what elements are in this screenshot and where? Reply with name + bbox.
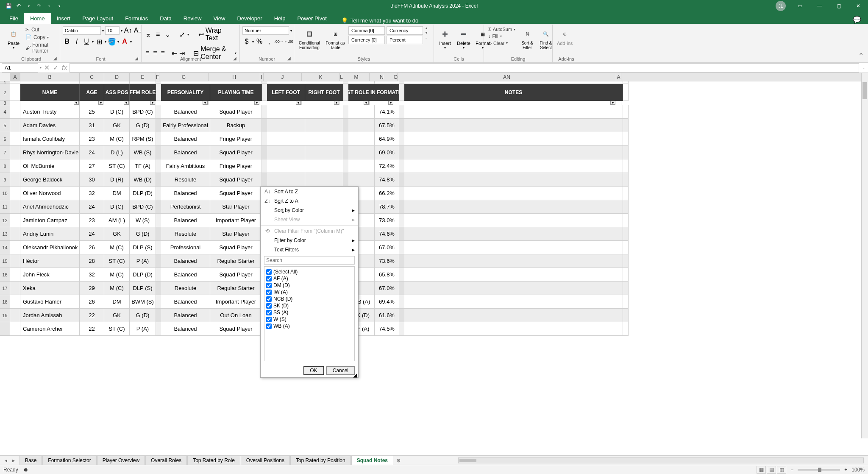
cell[interactable] bbox=[404, 200, 623, 214]
number-format-dropdown[interactable]: Number bbox=[242, 26, 289, 35]
cell[interactable] bbox=[156, 200, 161, 214]
cell[interactable] bbox=[399, 254, 404, 268]
sort-a-to-z[interactable]: A↓Sort A to Z bbox=[261, 187, 358, 196]
cell[interactable]: Balanced bbox=[161, 268, 210, 282]
tab-home[interactable]: Home bbox=[24, 13, 51, 24]
row-header[interactable]: 18 bbox=[0, 295, 10, 309]
cell[interactable] bbox=[623, 132, 629, 146]
cell[interactable]: 22 bbox=[80, 322, 104, 336]
filter-option[interactable]: NCB (D) bbox=[266, 296, 353, 302]
sort-z-to-a[interactable]: Z↓Sort Z to A bbox=[261, 196, 358, 206]
font-size-dropdown[interactable]: 10 bbox=[105, 26, 120, 35]
cell[interactable]: G (D) bbox=[130, 227, 156, 241]
cell[interactable] bbox=[348, 146, 375, 159]
cancel-formula-icon[interactable]: ✕ bbox=[44, 64, 50, 72]
cell[interactable]: P (A) bbox=[130, 254, 156, 268]
row-header-3[interactable]: 3 bbox=[0, 101, 10, 105]
cell[interactable] bbox=[343, 119, 348, 132]
cell[interactable] bbox=[623, 227, 629, 241]
cell[interactable]: Auston Trusty bbox=[20, 105, 80, 119]
dropdown-resize-handle[interactable]: ◢ bbox=[353, 372, 357, 376]
cell[interactable] bbox=[156, 187, 161, 200]
cell[interactable]: Resolute bbox=[161, 282, 210, 295]
cell[interactable]: Balanced bbox=[161, 146, 210, 159]
cell[interactable]: Balanced bbox=[161, 295, 210, 309]
save-icon[interactable]: 💾 bbox=[4, 2, 13, 10]
cell[interactable]: Squad Player bbox=[210, 268, 262, 282]
filter-option[interactable]: IW (A) bbox=[266, 289, 353, 296]
cell[interactable] bbox=[10, 241, 20, 254]
column-header-L[interactable]: L bbox=[340, 73, 343, 81]
cell[interactable]: Perfectionist bbox=[161, 200, 210, 214]
cell[interactable]: GK bbox=[104, 227, 130, 241]
filter-arrow[interactable]: ▾ bbox=[388, 101, 393, 105]
filter-option[interactable]: DM (D) bbox=[266, 282, 353, 289]
cell[interactable] bbox=[404, 119, 623, 132]
addins-button[interactable]: ⊕Add-ins bbox=[555, 26, 574, 47]
cell[interactable] bbox=[343, 146, 348, 159]
filter-checkbox[interactable] bbox=[266, 283, 272, 288]
cell[interactable] bbox=[399, 309, 404, 322]
cell[interactable] bbox=[10, 146, 20, 159]
tell-me-search[interactable]: 💡Tell me what you want to do bbox=[341, 17, 418, 24]
cell[interactable]: 26 bbox=[80, 295, 104, 309]
cell[interactable]: Balanced bbox=[161, 214, 210, 227]
cell[interactable]: Jaminton Campaz bbox=[20, 214, 80, 227]
macro-record-icon[interactable]: ⏺ bbox=[23, 467, 28, 473]
filter-arrow[interactable]: ▾ bbox=[334, 101, 339, 105]
tab-data[interactable]: Data bbox=[154, 13, 177, 24]
fill-color-button[interactable]: 🪣 bbox=[108, 37, 116, 46]
cell[interactable]: WB (S) bbox=[130, 146, 156, 159]
cell[interactable] bbox=[623, 159, 629, 173]
cell[interactable] bbox=[404, 187, 623, 200]
cell[interactable]: D (R) bbox=[104, 173, 130, 187]
cell[interactable] bbox=[399, 282, 404, 295]
cell[interactable] bbox=[399, 119, 404, 132]
select-all-corner[interactable] bbox=[0, 73, 10, 81]
cell[interactable]: Regular Starter bbox=[210, 282, 262, 295]
row-header[interactable]: 7 bbox=[0, 146, 10, 159]
clear-button[interactable]: ◇ Clear ▾ bbox=[487, 40, 517, 46]
tab-formulas[interactable]: Formulas bbox=[119, 13, 154, 24]
share-icon[interactable]: 💬 bbox=[853, 16, 861, 24]
column-header-O[interactable]: O bbox=[394, 73, 398, 81]
border-button[interactable]: ⊞ bbox=[95, 37, 103, 46]
cell[interactable]: 66.2% bbox=[375, 187, 399, 200]
cell[interactable] bbox=[156, 241, 161, 254]
cell[interactable]: Squad Player bbox=[210, 146, 262, 159]
sheet-tab[interactable]: Top Rated by Role bbox=[187, 456, 240, 465]
cell[interactable] bbox=[404, 214, 623, 227]
cell[interactable]: Squad Player bbox=[210, 241, 262, 254]
cell[interactable] bbox=[10, 200, 20, 214]
cell[interactable] bbox=[404, 268, 623, 282]
cell[interactable] bbox=[156, 295, 161, 309]
cell[interactable] bbox=[156, 282, 161, 295]
decrease-decimal-icon[interactable]: ←.00 bbox=[284, 37, 293, 46]
cell[interactable]: TF (A) bbox=[130, 159, 156, 173]
cell[interactable] bbox=[404, 105, 623, 119]
tab-help[interactable]: Help bbox=[268, 13, 292, 24]
cell[interactable]: Fairly Professional bbox=[161, 119, 210, 132]
undo-menu-icon[interactable]: ▾ bbox=[25, 2, 33, 10]
column-header-B[interactable]: B bbox=[20, 73, 80, 81]
alignment-launcher-icon[interactable]: ◢ bbox=[233, 56, 238, 61]
cell[interactable] bbox=[623, 200, 629, 214]
cell[interactable] bbox=[399, 200, 404, 214]
filter-option[interactable]: (Select All) bbox=[266, 268, 353, 275]
row-header[interactable]: 8 bbox=[0, 159, 10, 173]
cell[interactable]: 24 bbox=[80, 227, 104, 241]
cell[interactable]: 32 bbox=[80, 268, 104, 282]
cell[interactable]: GK bbox=[104, 309, 130, 322]
cell[interactable]: John Fleck bbox=[20, 268, 80, 282]
cell[interactable]: 73.0% bbox=[375, 214, 399, 227]
cell[interactable] bbox=[623, 146, 629, 159]
cell[interactable]: 26 bbox=[80, 241, 104, 254]
cell[interactable]: Fringe Player bbox=[210, 132, 262, 146]
tab-power-pivot[interactable]: Power Pivot bbox=[291, 13, 332, 24]
cell[interactable]: 67.0% bbox=[375, 282, 399, 295]
normal-view-icon[interactable]: ▦ bbox=[757, 466, 766, 474]
cell[interactable]: M (C) bbox=[104, 268, 130, 282]
cell[interactable]: WB (D) bbox=[130, 173, 156, 187]
cell[interactable] bbox=[348, 132, 375, 146]
cell[interactable]: 74.5% bbox=[375, 322, 399, 336]
